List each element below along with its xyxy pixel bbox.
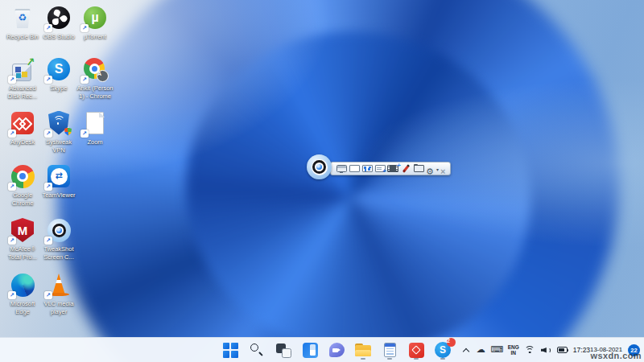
shortcut-arrow-icon: [44, 183, 52, 191]
desktop-icon-obs-studio[interactable]: OBS Studio: [39, 4, 79, 41]
taskbar-anydesk-button[interactable]: [407, 339, 426, 360]
capture-window-button[interactable]: [336, 163, 347, 174]
desktop-icon-advanced-disk-recovery[interactable]: ↑Advanced Disk Rec...: [2, 56, 43, 101]
tray-chevron-up-icon[interactable]: [463, 347, 470, 354]
desktop-icon-label: TeamViewer: [42, 191, 75, 200]
language-indicator[interactable]: ENG IN: [508, 344, 519, 356]
shortcut-arrow-icon: [8, 291, 16, 299]
wallpaper-highlight: [0, 0, 644, 362]
widgets-icon: [303, 343, 318, 358]
desktop-icon-label: TweakShot Screen C...: [43, 245, 74, 261]
running-indicator: [387, 358, 392, 360]
wifi-icon[interactable]: [525, 346, 535, 354]
desktop-icon-utorrent[interactable]: µµTorrent: [75, 4, 115, 41]
desktop-icon-teamviewer[interactable]: ⇄TeamViewer: [39, 162, 79, 200]
chat-icon: [329, 343, 345, 357]
taskbar: S2 ☁ ⌨ ENG IN 17:23 13-08-2021 22: [0, 337, 644, 362]
desktop-icon-microsoft-edge[interactable]: Microsoft Edge: [2, 271, 43, 316]
touch-keyboard-icon[interactable]: ⌨: [492, 345, 502, 355]
notification-badge: 2: [447, 338, 456, 347]
shortcut-arrow-icon: [80, 130, 89, 138]
volume-icon[interactable]: [541, 346, 551, 354]
desktop-icon-systweak-vpn[interactable]: Systweak VPN: [39, 109, 79, 154]
desktop-icon-label: Microsoft Edge: [10, 300, 35, 316]
battery-icon[interactable]: [557, 347, 568, 353]
shortcut-arrow-icon: [44, 76, 52, 84]
desktop-icon-label: Systweak VPN: [46, 138, 72, 154]
capture-fullscreen-button[interactable]: [349, 163, 360, 174]
search-icon: [250, 343, 264, 357]
shortcut-arrow-icon: [8, 130, 16, 138]
taskbar-task-view-button[interactable]: [274, 339, 293, 360]
open-folder-button[interactable]: [413, 163, 424, 174]
running-indicator: [361, 358, 365, 360]
watermark: wsxdn.com: [590, 351, 642, 360]
desktop: ♻Recycle BinOBS StudioµµTorrent↑Advanced…: [0, 0, 644, 362]
shortcut-arrow-icon: [44, 291, 52, 299]
task-view-icon: [276, 343, 291, 358]
desktop-icon-chrome-profile[interactable]: AAnkit (Person 1) - Chrome: [75, 56, 115, 101]
shortcut-arrow-icon: [8, 76, 16, 84]
desktop-icon-label: Ankit (Person 1) - Chrome: [76, 84, 113, 101]
shortcut-arrow-icon: [44, 237, 52, 245]
folder-icon: [414, 165, 424, 172]
rectangle-icon: [349, 165, 360, 172]
taskbar-widgets-button[interactable]: [300, 339, 320, 360]
taskbar-search-button[interactable]: [247, 339, 266, 360]
gear-icon: [426, 163, 437, 174]
taskbar-notes-button[interactable]: [380, 339, 399, 360]
taskbar-file-explorer-button[interactable]: [353, 339, 373, 360]
monitor-icon: [336, 165, 347, 172]
close-button[interactable]: [439, 163, 450, 174]
close-icon: [440, 163, 448, 174]
desktop-icon-tweakshot[interactable]: TweakShot Screen C...: [39, 216, 79, 261]
capture-scrolling-button[interactable]: +: [374, 163, 386, 174]
shortcut-arrow-icon: [44, 24, 52, 32]
running-indicator: [414, 358, 419, 360]
taskbar-center-icons: S2: [221, 338, 452, 362]
language-line1: ENG: [508, 344, 519, 350]
desktop-icon-anydesk[interactable]: AnyDesk: [2, 109, 43, 146]
desktop-icon-label: OBS Studio: [43, 33, 74, 41]
notes-icon: [384, 343, 396, 357]
shortcut-arrow-icon: [80, 76, 89, 84]
desktop-icon-google-chrome[interactable]: Google Chrome: [2, 162, 43, 208]
clock-time: 17:23: [573, 346, 590, 354]
desktop-icon-label: Advanced Disk Rec...: [8, 84, 37, 101]
profile-avatar: A: [97, 70, 109, 82]
desktop-icon-label: VLC media player: [43, 300, 73, 316]
taskbar-skype-button[interactable]: S2: [433, 339, 452, 360]
file-explorer-icon: [355, 343, 371, 356]
video-icon: +: [387, 165, 398, 172]
desktop-icon-label: Recycle Bin: [6, 33, 39, 41]
desktop-icon-label: McAfee® Total Pro...: [8, 245, 37, 261]
eyedropper-icon: [401, 163, 411, 174]
desktop-icon-mcafee[interactable]: MMcAfee® Total Pro...: [2, 216, 43, 261]
desktop-icon-recycle-bin[interactable]: ♻Recycle Bin: [2, 4, 43, 41]
onedrive-cloud-icon[interactable]: ☁: [476, 345, 486, 355]
desktop-icon-label: Google Chrome: [12, 191, 34, 208]
desktop-icon-skype[interactable]: SSkype: [39, 56, 79, 93]
settings-button[interactable]: [426, 163, 437, 174]
taskbar-chat-button[interactable]: [327, 339, 346, 360]
color-picker-button[interactable]: [400, 163, 411, 174]
start-icon: [223, 343, 238, 358]
recycle-bin-icon: ♻: [10, 6, 35, 30]
taskbar-start-button[interactable]: [221, 339, 240, 360]
desktop-icon-zoom[interactable]: Zoom: [75, 109, 115, 146]
language-line2: IN: [511, 350, 517, 356]
desktop-icon-label: Skype: [51, 84, 68, 93]
shortcut-arrow-icon: [8, 237, 16, 245]
capture-region-button[interactable]: [361, 163, 373, 174]
tweakshot-capture-toolbar: ++: [330, 162, 451, 175]
tweakshot-lens-button[interactable]: [307, 154, 332, 179]
shortcut-arrow-icon: [44, 130, 52, 138]
region-icon: [362, 165, 373, 172]
shortcut-arrow-icon: [80, 24, 89, 32]
desktop-icon-vlc[interactable]: VLC media player: [39, 271, 79, 316]
shortcut-arrow-icon: [8, 183, 16, 191]
capture-video-button[interactable]: +: [387, 163, 398, 174]
desktop-icon-label: AnyDesk: [10, 138, 35, 146]
desktop-icon-label: Zoom: [87, 138, 102, 146]
desktop-icon-label: µTorrent: [84, 33, 106, 41]
